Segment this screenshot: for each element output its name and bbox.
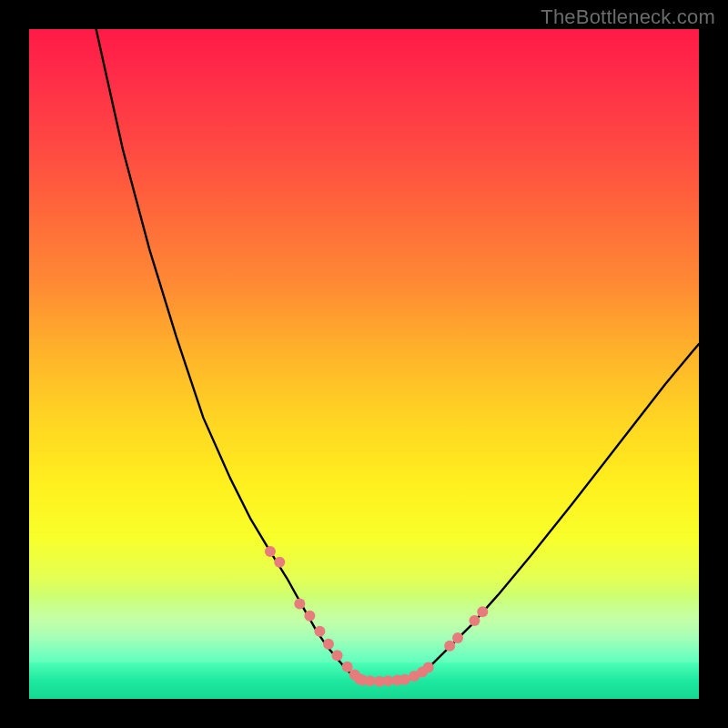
- bottleneck-curve: [96, 29, 361, 680]
- data-marker: [444, 641, 455, 652]
- data-marker: [342, 662, 353, 672]
- data-marker: [423, 662, 434, 672]
- data-marker: [332, 650, 343, 661]
- data-marker: [274, 557, 285, 568]
- chart-stage: TheBottleneck.com: [0, 0, 728, 728]
- data-marker: [323, 639, 334, 650]
- data-marker: [477, 606, 488, 617]
- data-marker: [452, 632, 463, 643]
- plot-area: [29, 29, 699, 699]
- data-marker: [304, 611, 315, 622]
- data-marker: [469, 615, 480, 626]
- data-marker: [399, 674, 410, 685]
- attribution-text: TheBottleneck.com: [541, 5, 715, 29]
- data-marker: [294, 598, 305, 609]
- bottleneck-curve: [408, 344, 699, 680]
- data-marker: [365, 675, 376, 686]
- curve-layer: [29, 29, 699, 699]
- data-marker: [265, 546, 276, 557]
- data-marker: [383, 675, 394, 686]
- data-marker: [314, 626, 325, 637]
